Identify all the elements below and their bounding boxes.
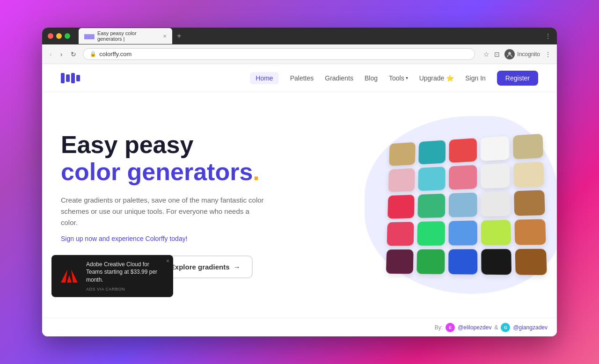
color-swatch-16[interactable] (387, 222, 414, 246)
color-swatch-23[interactable] (448, 249, 477, 274)
nav-tools[interactable]: Tools ▾ (389, 74, 408, 82)
hero-color-grid-container (383, 137, 543, 273)
ad-banner: Adobe Creative Cloud for Teams starting … (51, 255, 173, 297)
traffic-lights (48, 33, 70, 39)
forward-button[interactable]: › (58, 49, 65, 60)
address-bar: ‹ › ↻ 🔒 colorffy.com ☆ ⊡ Incognito ⋮ (42, 44, 557, 64)
nav-gradients[interactable]: Gradients (325, 74, 353, 82)
author1-link[interactable]: @elilopezdev (458, 324, 491, 331)
color-swatch-2[interactable] (418, 140, 446, 164)
color-swatch-4[interactable] (481, 136, 510, 161)
hero-signup-link[interactable]: Sign up now and experience Colorffy toda… (61, 235, 304, 242)
author1-avatar: E (446, 323, 455, 332)
site-footer: By: E @elilopezdev & G @giangzadev (42, 318, 557, 336)
color-swatch-13[interactable] (449, 192, 477, 217)
color-swatch-10[interactable] (513, 161, 544, 187)
site-logo[interactable] (61, 73, 80, 83)
color-swatch-19[interactable] (481, 220, 511, 245)
color-swatch-24[interactable] (481, 249, 511, 275)
active-tab[interactable]: ▓▓▓ Easy peasy color generators | ✕ (79, 28, 172, 44)
chevron-down-icon: ▾ (406, 75, 408, 80)
arrow-icon: → (234, 263, 241, 271)
nav-home[interactable]: Home (250, 72, 278, 84)
logo-bar-2 (66, 74, 70, 82)
reload-button[interactable]: ↻ (69, 49, 78, 60)
new-tab-button[interactable]: + (174, 32, 184, 40)
color-swatch-7[interactable] (418, 167, 446, 191)
adobe-logo-icon (61, 268, 78, 284)
logo-bar-3 (71, 73, 75, 83)
browser-options-icon[interactable]: ⋮ (545, 51, 551, 58)
hero-title-line1: Easy peasy (61, 131, 304, 158)
color-swatch-9[interactable] (481, 163, 510, 189)
color-swatch-5[interactable] (513, 134, 543, 160)
incognito-badge: Incognito (504, 49, 540, 59)
site-nav: Home Palettes Gradients Blog Tools ▾ Upg… (42, 64, 557, 92)
bookmark-icon[interactable]: ☆ (483, 51, 489, 58)
color-swatch-11[interactable] (387, 195, 415, 218)
footer-separator: & (494, 324, 498, 331)
close-window-button[interactable] (48, 33, 53, 39)
back-button[interactable]: ‹ (48, 49, 54, 60)
browser-menu-button[interactable]: ⋮ (545, 32, 551, 40)
nav-palettes[interactable]: Palettes (290, 74, 314, 82)
minimize-window-button[interactable] (56, 33, 62, 39)
ad-close-button[interactable]: × (166, 258, 169, 264)
hero-title-purple: color generators (61, 158, 253, 185)
browser-window: ▓▓▓ Easy peasy color generators | ✕ + ⋮ … (42, 28, 557, 336)
color-swatch-14[interactable] (481, 191, 511, 217)
color-swatch-1[interactable] (389, 142, 416, 166)
ad-text: Adobe Creative Cloud for Teams starting … (86, 261, 167, 291)
color-swatch-18[interactable] (448, 220, 477, 245)
tab-favicon-icon: ▓▓▓ (84, 34, 95, 39)
tab-title: Easy peasy color generators | (97, 30, 158, 42)
split-tab-icon[interactable]: ⊡ (494, 51, 500, 58)
color-swatch-17[interactable] (417, 221, 445, 246)
url-bar[interactable]: 🔒 colorffy.com (83, 48, 475, 60)
footer-by-label: By: (435, 324, 443, 331)
ad-footer: ADS VIA CARBON (86, 287, 167, 291)
maximize-window-button[interactable] (65, 33, 70, 39)
ad-logo (58, 265, 80, 287)
hero-section: Easy peasy color generators. Create grad… (42, 92, 557, 318)
close-tab-button[interactable]: ✕ (163, 34, 167, 39)
incognito-avatar (504, 49, 515, 59)
tab-bar: ▓▓▓ Easy peasy color generators | ✕ + (79, 28, 541, 44)
incognito-label: Incognito (517, 51, 540, 58)
color-swatch-25[interactable] (515, 249, 547, 275)
color-grid (386, 134, 547, 275)
color-swatch-3[interactable] (449, 138, 477, 163)
hero-title-dot: . (253, 158, 259, 185)
color-swatch-8[interactable] (449, 165, 477, 190)
lock-icon: 🔒 (90, 51, 96, 57)
color-swatch-22[interactable] (416, 249, 445, 274)
nav-upgrade[interactable]: Upgrade ⭐ (419, 74, 454, 82)
nav-signin[interactable]: Sign In (465, 74, 486, 82)
author2-link[interactable]: @giangzadev (513, 324, 548, 331)
hero-title-line2: color generators. (61, 159, 304, 185)
color-swatch-12[interactable] (417, 194, 445, 218)
author2-avatar: G (501, 323, 510, 332)
address-bar-actions: ☆ ⊡ Incognito ⋮ (483, 49, 551, 59)
nav-blog[interactable]: Blog (365, 74, 378, 82)
ad-title: Adobe Creative Cloud for Teams starting … (86, 261, 167, 284)
logo-bar-4 (76, 75, 80, 81)
color-swatch-20[interactable] (514, 219, 546, 245)
svg-point-0 (508, 52, 511, 55)
register-button[interactable]: Register (497, 71, 538, 86)
color-swatch-15[interactable] (514, 190, 545, 216)
color-swatch-21[interactable] (386, 249, 414, 274)
site-content: Home Palettes Gradients Blog Tools ▾ Upg… (42, 64, 557, 336)
nav-links: Home Palettes Gradients Blog Tools ▾ Upg… (250, 71, 538, 86)
color-swatch-6[interactable] (388, 168, 415, 192)
title-bar: ▓▓▓ Easy peasy color generators | ✕ + ⋮ (42, 28, 557, 44)
url-text: colorffy.com (99, 51, 131, 58)
logo-bar-1 (61, 73, 65, 83)
hero-description: Create gradients or palettes, save one o… (61, 195, 267, 228)
